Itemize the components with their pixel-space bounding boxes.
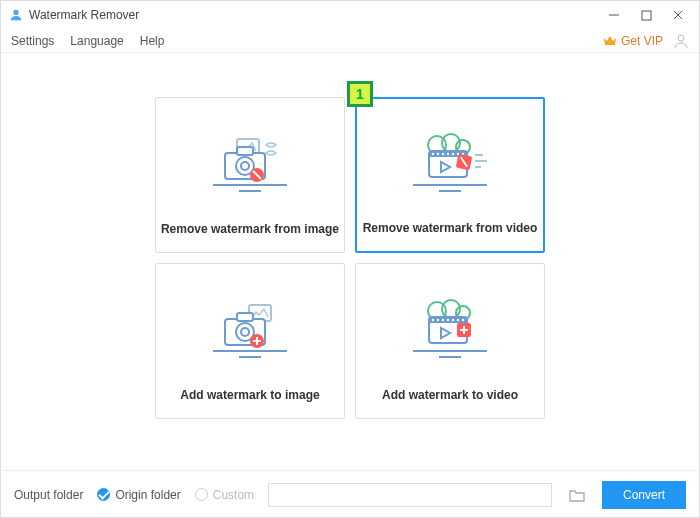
radio-origin-folder[interactable]: Origin folder	[97, 488, 180, 502]
svg-point-24	[452, 153, 454, 155]
window-controls	[607, 8, 691, 22]
radio-label: Origin folder	[115, 488, 180, 502]
output-path-input[interactable]	[268, 483, 552, 507]
step-number: 1	[356, 86, 364, 102]
svg-point-49	[432, 319, 434, 321]
svg-point-23	[447, 153, 449, 155]
maximize-button[interactable]	[639, 8, 653, 22]
menu-bar: Settings Language Help Get VIP	[1, 29, 699, 53]
radio-dot-icon	[195, 488, 208, 501]
radio-dot-icon	[97, 488, 110, 501]
close-button[interactable]	[671, 8, 685, 22]
card-remove-watermark-video[interactable]: Remove watermark from video	[355, 97, 545, 253]
svg-point-52	[447, 319, 449, 321]
svg-point-0	[13, 10, 18, 15]
svg-point-22	[442, 153, 444, 155]
card-label: Add watermark to image	[180, 388, 319, 402]
svg-point-20	[432, 153, 434, 155]
svg-rect-2	[642, 11, 651, 20]
get-vip-button[interactable]: Get VIP	[603, 34, 663, 48]
radio-label: Custom	[213, 488, 254, 502]
step-badge: 1	[347, 81, 373, 107]
title-bar: Watermark Remover	[1, 1, 699, 29]
card-add-watermark-video[interactable]: Add watermark to video	[355, 263, 545, 419]
content-area: 1 Remove watermark from image	[1, 53, 699, 419]
card-label: Remove watermark from video	[363, 221, 538, 235]
convert-button[interactable]: Convert	[602, 481, 686, 509]
svg-point-51	[442, 319, 444, 321]
browse-folder-button[interactable]	[566, 484, 588, 506]
vip-label: Get VIP	[621, 34, 663, 48]
card-label: Add watermark to video	[382, 388, 518, 402]
footer-bar: Output folder Origin folder Custom Conve…	[0, 470, 700, 518]
output-folder-label: Output folder	[14, 488, 83, 502]
user-icon[interactable]	[673, 33, 689, 49]
card-grid: 1 Remove watermark from image	[155, 97, 545, 419]
video-remove-icon	[357, 99, 543, 221]
svg-point-5	[678, 35, 684, 41]
video-add-icon	[356, 264, 544, 388]
svg-rect-8	[237, 147, 253, 155]
svg-point-50	[437, 319, 439, 321]
svg-point-55	[462, 319, 464, 321]
svg-rect-36	[237, 313, 253, 321]
camera-remove-icon	[156, 98, 344, 222]
svg-point-54	[457, 319, 459, 321]
card-label: Remove watermark from image	[161, 222, 339, 236]
card-add-watermark-image[interactable]: Add watermark to image	[155, 263, 345, 419]
app-title: Watermark Remover	[29, 8, 607, 22]
menu-help[interactable]: Help	[140, 34, 165, 48]
radio-custom-folder[interactable]: Custom	[195, 488, 254, 502]
menu-settings[interactable]: Settings	[11, 34, 54, 48]
svg-point-21	[437, 153, 439, 155]
camera-add-icon	[156, 264, 344, 388]
menu-language[interactable]: Language	[70, 34, 123, 48]
svg-point-53	[452, 319, 454, 321]
card-remove-watermark-image[interactable]: Remove watermark from image	[155, 97, 345, 253]
app-icon	[9, 8, 23, 22]
crown-icon	[603, 35, 617, 47]
minimize-button[interactable]	[607, 8, 621, 22]
